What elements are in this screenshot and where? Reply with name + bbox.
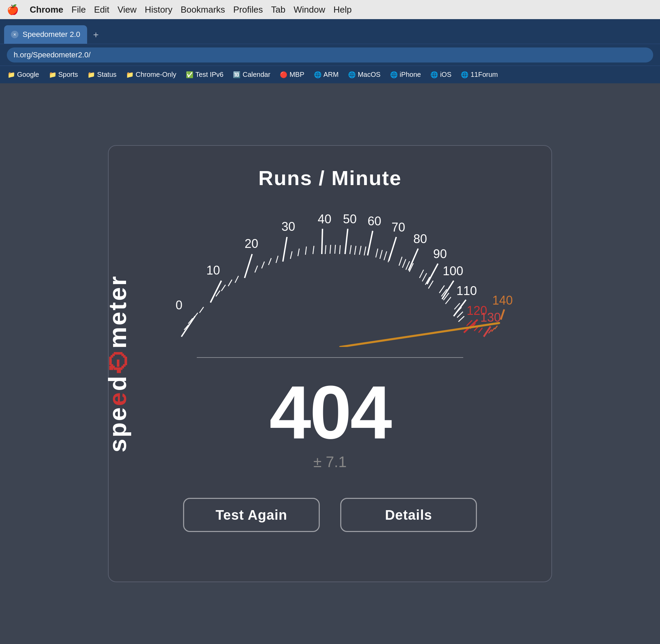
page-content: speed⏱meter Runs / Minute xyxy=(0,83,660,644)
menu-edit[interactable]: Edit xyxy=(94,4,109,15)
svg-text:40: 40 xyxy=(318,212,331,226)
bookmark-macos-icon: 🌐 xyxy=(348,71,356,79)
svg-line-54 xyxy=(376,249,378,257)
bookmark-ipv6[interactable]: ✅ Test IPv6 xyxy=(182,69,227,80)
svg-line-72 xyxy=(457,312,463,318)
tab-title: Speedometer 2.0 xyxy=(23,30,80,39)
svg-line-65 xyxy=(428,281,433,289)
score-value: 404 xyxy=(269,375,390,450)
active-tab[interactable]: × Speedometer 2.0 xyxy=(4,25,87,44)
svg-line-43 xyxy=(298,249,299,256)
svg-line-53 xyxy=(364,247,366,255)
menu-tab[interactable]: Tab xyxy=(271,4,286,15)
gauge-divider xyxy=(197,357,463,358)
svg-line-44 xyxy=(305,247,306,255)
test-again-button[interactable]: Test Again xyxy=(183,498,320,532)
bookmark-ipv6-label: Test IPv6 xyxy=(195,71,223,79)
bookmark-ios-icon: 🌐 xyxy=(430,71,438,79)
bookmark-calendar-label: Calendar xyxy=(243,71,270,79)
bookmark-11forum-icon: 🌐 xyxy=(461,71,468,79)
bookmark-arm-icon: 🌐 xyxy=(314,71,321,79)
logo-o-text: ⏱ xyxy=(104,349,131,375)
svg-line-42 xyxy=(290,251,292,259)
bookmark-calendar[interactable]: 🔟 Calendar xyxy=(230,69,274,80)
menu-help[interactable]: Help xyxy=(333,4,352,15)
bookmark-status[interactable]: 📁 Status xyxy=(84,69,120,80)
svg-text:60: 60 xyxy=(368,214,381,228)
bookmark-ios-label: iOS xyxy=(440,71,451,79)
menu-view[interactable]: View xyxy=(118,4,137,15)
bookmark-calendar-icon: 🔟 xyxy=(233,71,240,79)
bookmark-arm[interactable]: 🌐 ARM xyxy=(311,69,342,80)
svg-line-82 xyxy=(340,323,499,347)
menu-bookmarks[interactable]: Bookmarks xyxy=(181,4,225,15)
apple-logo-icon: 🍎 xyxy=(7,4,19,15)
svg-line-28 xyxy=(501,309,504,320)
bookmark-macos-label: MacOS xyxy=(358,71,381,79)
svg-text:80: 80 xyxy=(413,232,427,246)
svg-line-81 xyxy=(495,326,497,329)
bookmark-chrome-only-icon: 📁 xyxy=(126,71,134,79)
menu-window[interactable]: Window xyxy=(293,4,325,15)
bookmark-ipv6-icon: ✅ xyxy=(186,71,193,79)
svg-line-73 xyxy=(458,316,464,322)
tab-bar: × Speedometer 2.0 + xyxy=(0,19,660,44)
details-button[interactable]: Details xyxy=(340,498,477,532)
bookmark-iphone-label: iPhone xyxy=(400,71,421,79)
bookmark-ios[interactable]: 🌐 iOS xyxy=(427,69,455,80)
svg-text:70: 70 xyxy=(391,220,405,234)
logo-speed-text: spe xyxy=(104,406,131,452)
svg-line-46 xyxy=(325,245,326,254)
bookmark-mbp[interactable]: 🔴 MBP xyxy=(276,69,307,80)
bookmark-status-icon: 📁 xyxy=(87,71,95,79)
bookmark-sports-icon: 📁 xyxy=(49,71,56,79)
svg-line-55 xyxy=(380,250,382,259)
menu-profiles[interactable]: Profiles xyxy=(233,4,263,15)
svg-line-63 xyxy=(422,273,427,281)
svg-text:20: 20 xyxy=(245,237,258,251)
svg-line-4 xyxy=(245,254,252,278)
svg-line-35 xyxy=(221,285,225,291)
bookmark-google[interactable]: 📁 Google xyxy=(4,69,43,80)
bookmark-mbp-label: MBP xyxy=(289,71,304,79)
logo-meter-text: meter xyxy=(104,275,131,349)
bookmarks-bar: 📁 Google 📁 Sports 📁 Status 📁 Chrome-Only… xyxy=(0,66,660,83)
svg-line-77 xyxy=(479,328,482,333)
menu-history[interactable]: History xyxy=(145,4,173,15)
bookmark-mbp-icon: 🔴 xyxy=(280,71,287,79)
bookmark-sports[interactable]: 📁 Sports xyxy=(45,69,82,80)
svg-text:50: 50 xyxy=(343,212,357,226)
svg-line-51 xyxy=(355,246,356,255)
bookmark-arm-label: ARM xyxy=(324,71,339,79)
gauge-svg: 0 10 20 30 40 xyxy=(128,204,532,347)
svg-line-20 xyxy=(442,281,454,299)
svg-line-66 xyxy=(439,285,444,293)
logo-d-text: d xyxy=(104,375,131,391)
svg-text:30: 30 xyxy=(281,220,295,234)
svg-line-40 xyxy=(269,258,271,265)
url-input[interactable] xyxy=(7,47,653,62)
tab-close-button[interactable]: × xyxy=(11,31,18,38)
svg-line-52 xyxy=(359,246,361,255)
bookmark-google-label: Google xyxy=(17,71,39,79)
bookmark-macos[interactable]: 🌐 MacOS xyxy=(345,69,384,80)
svg-line-8 xyxy=(322,229,322,254)
svg-line-6 xyxy=(283,237,287,262)
bookmark-status-label: Status xyxy=(97,71,116,79)
menu-file[interactable]: File xyxy=(71,4,86,15)
bookmark-sports-label: Sports xyxy=(58,71,78,79)
new-tab-button[interactable]: + xyxy=(88,27,104,42)
svg-line-36 xyxy=(228,280,232,286)
svg-line-45 xyxy=(313,246,314,254)
menu-chrome[interactable]: Chrome xyxy=(30,4,63,15)
button-row: Test Again Details xyxy=(183,498,477,532)
bookmark-11forum-label: 11Forum xyxy=(470,71,498,79)
bookmark-google-icon: 📁 xyxy=(8,71,15,79)
svg-line-69 xyxy=(445,297,451,304)
logo-e-red-text: e xyxy=(104,391,131,406)
svg-line-0 xyxy=(181,316,195,337)
bookmark-11forum[interactable]: 🌐 11Forum xyxy=(457,69,501,80)
bookmark-iphone[interactable]: 🌐 iPhone xyxy=(387,69,424,80)
bookmark-chrome-only[interactable]: 📁 Chrome-Only xyxy=(123,69,180,80)
svg-line-16 xyxy=(409,249,418,270)
